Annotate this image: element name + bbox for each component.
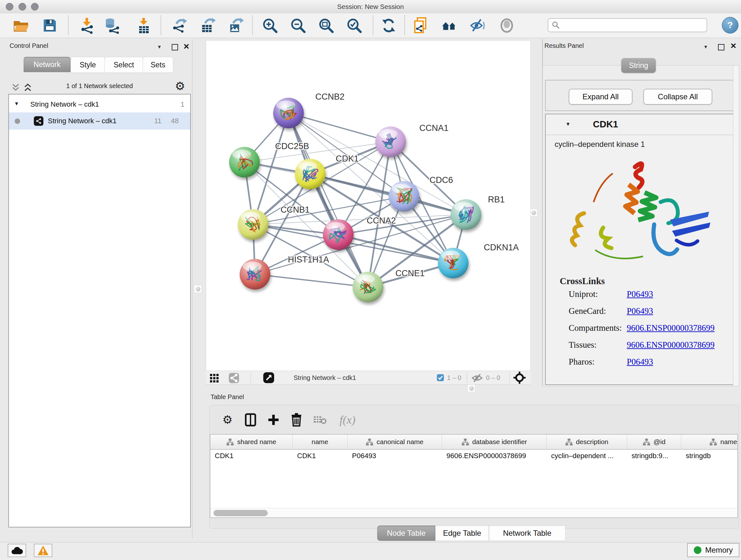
zoom-in-icon[interactable] xyxy=(262,17,278,34)
hide-selected-icon[interactable] xyxy=(469,17,486,34)
create-column-icon[interactable] xyxy=(265,411,282,429)
network-node-CCNE1[interactable] xyxy=(353,272,383,302)
results-panel-float-icon[interactable] xyxy=(718,44,724,51)
right-splitter-handle[interactable] xyxy=(530,209,537,216)
zoom-selected-icon[interactable] xyxy=(346,17,362,34)
tab-style[interactable]: Style xyxy=(71,57,105,73)
network-node-CCNA1[interactable] xyxy=(375,126,406,157)
warning-status-icon[interactable] xyxy=(34,544,52,557)
show-columns-icon[interactable] xyxy=(242,411,259,429)
open-session-icon[interactable] xyxy=(13,17,29,34)
delete-column-trash-icon[interactable] xyxy=(287,411,306,429)
table-cell[interactable]: 9606.ENSP00000378699 xyxy=(442,449,547,462)
help-icon[interactable]: ? xyxy=(722,17,738,34)
copy-documents-icon[interactable] xyxy=(413,17,429,34)
tab-edge-table[interactable]: Edge Table xyxy=(435,525,489,541)
network-node-CDK1[interactable] xyxy=(295,159,326,189)
cloud-status-icon[interactable] xyxy=(8,544,26,557)
birds-eye-view-icon[interactable] xyxy=(210,374,219,384)
network-share-icon[interactable] xyxy=(229,373,239,384)
refresh-icon[interactable] xyxy=(381,17,397,34)
control-panel-float-icon[interactable] xyxy=(172,44,178,51)
table-cell[interactable]: stringdb:9... xyxy=(627,449,681,462)
network-node-HIST1H1A[interactable] xyxy=(240,259,270,290)
window-title: Session: New Session xyxy=(0,0,741,13)
column-header-namespace[interactable]: namespace xyxy=(681,435,738,449)
crosslink-link[interactable]: P06493 xyxy=(627,357,653,367)
node-table[interactable]: shared namenamecanonical namedatabase id… xyxy=(210,434,738,518)
column-header-description[interactable]: description xyxy=(547,435,627,449)
hidden-eye-icon[interactable] xyxy=(471,373,483,384)
network-node-CCNB2[interactable] xyxy=(273,98,304,128)
save-session-icon[interactable] xyxy=(42,17,58,34)
column-header-name[interactable]: name xyxy=(293,435,347,449)
selected-checkbox-icon[interactable] xyxy=(437,374,444,381)
network-options-gear-icon[interactable]: ⚙ xyxy=(175,80,185,92)
left-splitter-handle[interactable] xyxy=(194,285,202,293)
open-in-window-icon[interactable] xyxy=(263,372,274,384)
network-node-CCNA2[interactable] xyxy=(323,219,354,250)
tab-network[interactable]: Network xyxy=(23,57,71,72)
column-header-canonical-name[interactable]: canonical name xyxy=(347,435,442,449)
network-tree-item-selected[interactable]: String Network – cdk1 11 48 xyxy=(9,112,190,130)
column-header-shared-name[interactable]: shared name xyxy=(210,435,293,449)
results-panel-menu-icon[interactable]: ▼ xyxy=(703,44,708,50)
import-database-icon[interactable] xyxy=(104,17,121,34)
scrollbar-thumb[interactable] xyxy=(213,510,268,516)
expand-all-button[interactable]: Expand All xyxy=(569,89,632,105)
memory-status-dot xyxy=(694,546,701,554)
control-panel-menu-icon[interactable]: ▼ xyxy=(157,44,162,50)
entry-collapse-icon[interactable]: ▼ xyxy=(565,121,570,127)
function-builder-icon[interactable]: f(x) xyxy=(335,411,360,429)
zoom-fit-icon[interactable] xyxy=(318,17,334,34)
left-splitter[interactable] xyxy=(192,39,192,538)
import-table-icon[interactable] xyxy=(135,17,152,34)
table-horizontal-scrollbar[interactable] xyxy=(210,508,738,518)
zoom-out-icon[interactable] xyxy=(290,17,307,34)
entry-header[interactable]: ▼ CDK1 xyxy=(546,114,736,135)
network-canvas[interactable]: CCNB2CCNA1CDC25BCDK1CDC6RB1CCNB1CCNA2CDK… xyxy=(206,40,531,371)
column-header--id[interactable]: @id xyxy=(627,435,681,449)
first-neighbors-icon[interactable] xyxy=(441,17,458,34)
fit-content-crosshair-icon[interactable] xyxy=(513,371,526,385)
network-node-CCNB1[interactable] xyxy=(238,209,268,240)
table-cell[interactable]: cyclin–dependent ... xyxy=(547,449,627,462)
tab-string[interactable]: String xyxy=(621,58,656,73)
collapse-all-button[interactable]: Collapse All xyxy=(643,89,712,105)
results-panel-scrollbar[interactable] xyxy=(733,66,739,386)
show-all-icon[interactable] xyxy=(498,17,515,34)
tab-node-table[interactable]: Node Table xyxy=(377,525,435,541)
table-cell[interactable]: stringdb xyxy=(681,449,738,462)
table-cell[interactable]: CDK1 xyxy=(210,449,293,462)
search-input[interactable] xyxy=(560,21,699,29)
table-row[interactable]: CDK1CDK1P064939606.ENSP00000378699cyclin… xyxy=(210,449,738,462)
crosslink-link[interactable]: 9606.ENSP00000378699 xyxy=(627,323,715,333)
crosslink-link[interactable]: 9606.ENSP00000378699 xyxy=(627,340,715,350)
tab-select[interactable]: Select xyxy=(105,57,143,73)
protein-structure-image xyxy=(565,152,724,277)
export-image-icon[interactable] xyxy=(228,17,245,34)
export-table-icon[interactable] xyxy=(200,17,216,34)
tree-collapse-icon[interactable]: ▼ xyxy=(14,101,19,107)
import-network-icon[interactable] xyxy=(78,17,95,34)
network-node-CDC6[interactable] xyxy=(389,181,419,212)
network-node-RB1[interactable] xyxy=(451,199,481,230)
column-header-database-identifier[interactable]: database identifier xyxy=(442,435,547,449)
crosslink-link[interactable]: P06493 xyxy=(627,289,653,299)
control-panel-close-icon[interactable]: ✕ xyxy=(183,44,190,49)
table-cell[interactable]: P06493 xyxy=(347,449,442,462)
network-node-CDKN1A[interactable] xyxy=(438,248,468,278)
results-panel-close-icon[interactable]: ✕ xyxy=(730,44,737,49)
table-cell[interactable]: CDK1 xyxy=(293,449,347,462)
network-tree-collection-row[interactable]: ▼ String Network – cdk1 1 xyxy=(9,98,190,111)
memory-button[interactable]: Memory xyxy=(687,543,739,557)
export-network-icon[interactable] xyxy=(171,17,188,34)
crosslink-link[interactable]: P06493 xyxy=(627,306,653,316)
horizontal-splitter-handle[interactable] xyxy=(468,384,475,392)
tab-network-table[interactable]: Network Table xyxy=(489,525,565,541)
table-options-gear-icon[interactable]: ⚙ xyxy=(219,411,237,429)
tab-sets[interactable]: Sets xyxy=(143,57,173,73)
network-node-CDC25B[interactable] xyxy=(229,147,260,178)
search-field[interactable] xyxy=(548,18,707,32)
delete-table-icon[interactable] xyxy=(311,411,329,429)
